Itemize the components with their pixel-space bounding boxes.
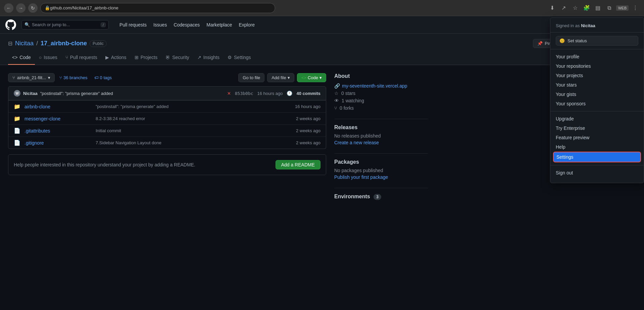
table-row: 📄 .gitignore 7.Sidebar Navigation Layout… (8, 137, 326, 149)
file-commit: Initial commit (96, 128, 283, 133)
code-button[interactable]: <> Code ▾ (297, 73, 326, 82)
dropdown-your-repositories[interactable]: Your repositories (550, 61, 644, 71)
tag-icon: 🏷 (94, 75, 99, 80)
star-icon: ☆ (334, 91, 339, 96)
file-name[interactable]: .gitignore (24, 140, 92, 146)
add-file-button[interactable]: Add file ▾ (267, 73, 294, 82)
file-time: 2 weeks ago (287, 140, 320, 145)
actions-tab-icon: ▶ (105, 55, 109, 60)
reload-button[interactable]: ↻ (28, 3, 38, 13)
watching-stat: 👁 1 watching (334, 98, 428, 103)
share-icon[interactable]: ↗ (559, 3, 568, 13)
nav-codespaces[interactable]: Codespaces (171, 20, 202, 30)
repo-icon: ⊟ (8, 40, 12, 47)
branch-icon: ⑂ (12, 75, 15, 80)
split-icon[interactable]: ⧉ (605, 3, 614, 13)
dropdown-your-profile[interactable]: Your profile (550, 52, 644, 61)
about-section: About 🔗 my-seventeenth-site.vercel.app ☆… (334, 73, 428, 111)
file-time: 2 weeks ago (287, 116, 320, 121)
tab-security[interactable]: ⛨ Security (161, 52, 193, 65)
puzzle-icon[interactable]: 🧩 (582, 3, 591, 13)
dropdown-help[interactable]: Help (550, 142, 644, 152)
code-chevron-icon: ▾ (319, 75, 322, 80)
menu-icon[interactable]: ⋮ (631, 3, 640, 13)
no-releases-text: No releases published (334, 133, 428, 139)
address-bar[interactable]: 🔒 github.com/Nicitaa/17_airbnb-clone (40, 3, 275, 13)
add-readme-button[interactable]: Add a README (276, 160, 320, 169)
commit-sha: 853b0bc (235, 91, 253, 96)
nav-marketplace[interactable]: Marketplace (204, 20, 235, 30)
commit-avatar: W (14, 90, 20, 97)
commit-right: ✕ 853b0bc 16 hours ago 🕐 40 commits (227, 91, 320, 96)
dropdown-upgrade[interactable]: Upgrade (550, 114, 644, 123)
dropdown-feature-preview[interactable]: Feature preview (550, 133, 644, 142)
file-name[interactable]: .gitattributes (24, 128, 92, 134)
dropdown-settings[interactable]: Settings (553, 152, 641, 162)
link-icon: 🔗 (334, 83, 340, 89)
publish-package-link[interactable]: Publish your first package (334, 174, 428, 180)
create-release-link[interactable]: Create a new release (334, 140, 428, 145)
dropdown-try-enterprise[interactable]: Try Enterprise (550, 123, 644, 133)
issues-tab-icon: ○ (39, 55, 42, 60)
settings-tab-icon: ⚙ (228, 55, 232, 60)
nav-issues[interactable]: Issues (151, 20, 169, 30)
table-row: 📁 messenger-clone 8.2-3:38:24 reached er… (8, 112, 326, 124)
repo-owner-link[interactable]: Nicitaa (15, 40, 34, 47)
file-icon: 📄 (14, 140, 20, 146)
repo-sep: / (36, 40, 38, 47)
branches-link[interactable]: ⑂ 36 branches (57, 73, 90, 82)
security-tab-icon: ⛨ (165, 55, 170, 60)
visibility-badge: Public (90, 40, 107, 47)
file-name[interactable]: airbnb-clone (24, 104, 92, 109)
tab-pull-requests[interactable]: ⑂ Pull requests (61, 52, 101, 65)
tab-actions[interactable]: ▶ Actions (101, 52, 131, 65)
forward-button[interactable]: → (16, 3, 26, 13)
dropdown-your-sponsors[interactable]: Your sponsors (550, 99, 644, 108)
branch-selector[interactable]: ⑂ airbnb_21-filt... ▾ (8, 73, 55, 82)
browser-actions: ⬇ ↗ ☆ 🧩 ▤ ⧉ WEB ⋮ (548, 3, 640, 13)
search-placeholder: Search or jump to... (32, 22, 70, 27)
download-icon[interactable]: ⬇ (548, 3, 557, 13)
packages-section: Packages No packages published Publish y… (334, 159, 428, 180)
back-button[interactable]: ← (4, 3, 13, 13)
dropdown-profile-section: Your profile Your repositories Your proj… (550, 49, 644, 111)
web-badge: WEB (616, 5, 629, 11)
commit-message: "postinstall": "prisma generate" added (40, 91, 113, 96)
insights-tab-icon: ↗ (197, 55, 201, 60)
browser-chrome: ← → ↻ 🔒 github.com/Nicitaa/17_airbnb-clo… (0, 0, 644, 16)
tab-issues[interactable]: ○ Issues (35, 52, 61, 65)
branches-icon: ⑂ (59, 75, 62, 80)
nav-pull-requests[interactable]: Pull requests (117, 20, 149, 30)
star-icon[interactable]: ☆ (571, 3, 580, 13)
github-logo-svg (5, 19, 16, 30)
repo-name-link[interactable]: 17_airbnb-clone (41, 40, 87, 47)
dropdown-your-gists[interactable]: Your gists (550, 90, 644, 99)
search-bar[interactable]: 🔍 Search or jump to... / (21, 20, 109, 30)
set-status-button[interactable]: 😊 Set status (556, 36, 638, 46)
sidebar: About 🔗 my-seventeenth-site.vercel.app ☆… (334, 73, 428, 208)
tab-insights[interactable]: ↗ Insights (193, 52, 224, 65)
tab-projects[interactable]: ⊞ Projects (131, 52, 162, 65)
code-tab-icon: <> (12, 55, 17, 60)
tab-code[interactable]: <> Code (8, 52, 35, 65)
github-logo[interactable] (5, 19, 16, 30)
commits-count-link[interactable]: 40 commits (296, 91, 320, 96)
packages-title: Packages (334, 159, 428, 165)
main-content: ⑂ airbnb_21-filt... ▾ ⑂ 36 branches 🏷 0 … (0, 65, 436, 216)
goto-file-button[interactable]: Go to file (238, 73, 264, 82)
file-time: 2 weeks ago (287, 128, 320, 133)
tags-link[interactable]: 🏷 0 tags (92, 73, 114, 82)
dropdown-signout[interactable]: Sign out (550, 168, 644, 177)
tab-settings[interactable]: ⚙ Settings (224, 52, 255, 65)
eye-icon: 👁 (334, 98, 339, 103)
environments-title: Environments 3 (334, 194, 428, 200)
pr-tab-icon: ⑂ (65, 55, 68, 60)
nav-explore[interactable]: Explore (236, 20, 257, 30)
user-dropdown: Signed in as Nicitaa 😊 Set status Your p… (550, 17, 644, 183)
dropdown-your-stars[interactable]: Your stars (550, 80, 644, 90)
file-icon: 📄 (14, 127, 20, 134)
repo-website-link[interactable]: 🔗 my-seventeenth-site.vercel.app (334, 83, 428, 89)
dropdown-your-projects[interactable]: Your projects (550, 71, 644, 80)
file-name[interactable]: messenger-clone (24, 116, 92, 121)
sidebar-icon[interactable]: ▤ (593, 3, 603, 13)
